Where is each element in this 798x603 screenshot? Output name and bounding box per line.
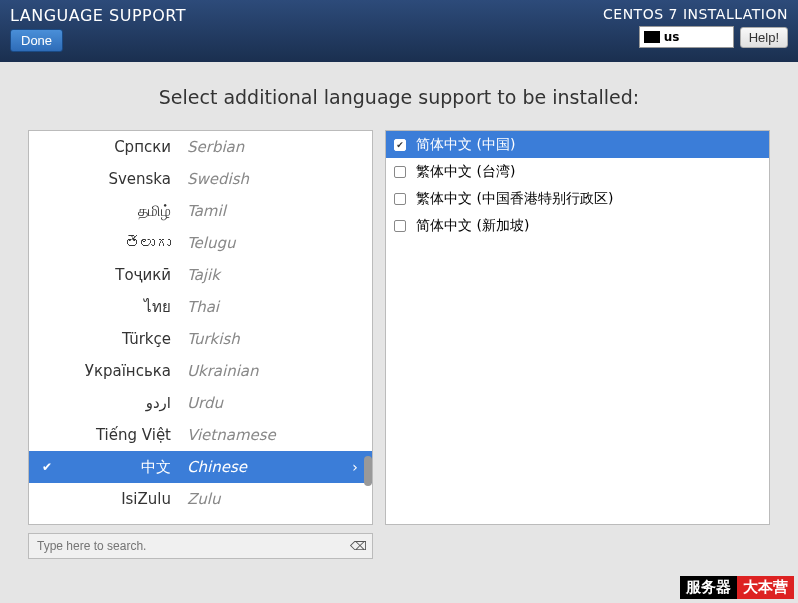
language-english-label: Chinese [187, 458, 346, 476]
watermark-right: 大本营 [737, 576, 794, 599]
locale-checkbox[interactable] [394, 166, 406, 178]
locale-label: 繁体中文 (中国香港特别行政区) [416, 190, 613, 208]
language-english-label: Serbian [187, 138, 346, 156]
language-english-label: Tamil [187, 202, 346, 220]
done-button[interactable]: Done [10, 29, 63, 52]
language-native-label: Türkçe [57, 330, 187, 348]
language-native-label: اردو [57, 394, 187, 412]
watermark: 服务器 大本营 [680, 576, 794, 599]
scrollbar-thumb[interactable] [364, 456, 372, 486]
language-row[interactable]: Tiếng ViệtVietnamese [29, 419, 372, 451]
language-english-label: Ukrainian [187, 362, 346, 380]
page-title: LANGUAGE SUPPORT [10, 6, 186, 25]
locale-list-panel: ✔简体中文 (中国)繁体中文 (台湾)繁体中文 (中国香港特别行政区)简体中文 … [385, 130, 770, 525]
language-row[interactable]: ✔中文Chinese› [29, 451, 372, 483]
top-bar: LANGUAGE SUPPORT Done CENTOS 7 INSTALLAT… [0, 0, 798, 62]
locale-row[interactable]: 繁体中文 (中国香港特别行政区) [386, 185, 769, 212]
keyboard-layout-label: us [664, 30, 680, 44]
language-native-label: Українська [57, 362, 187, 380]
language-row[interactable]: ТоҷикӣTajik [29, 259, 372, 291]
keyboard-icon [644, 31, 660, 43]
language-english-label: Thai [187, 298, 346, 316]
help-button[interactable]: Help! [740, 27, 788, 48]
language-english-label: Urdu [187, 394, 346, 412]
language-native-label: IsiZulu [57, 490, 187, 508]
language-row[interactable]: IsiZuluZulu [29, 483, 372, 515]
language-native-label: తెలుగు [57, 234, 187, 252]
language-row[interactable]: తెలుగుTelugu [29, 227, 372, 259]
language-row[interactable]: SvenskaSwedish [29, 163, 372, 195]
language-english-label: Swedish [187, 170, 346, 188]
locale-row[interactable]: 繁体中文 (台湾) [386, 158, 769, 185]
language-english-label: Turkish [187, 330, 346, 348]
language-row[interactable]: УкраїнськаUkrainian [29, 355, 372, 387]
locale-row[interactable]: 简体中文 (新加坡) [386, 212, 769, 239]
language-english-label: Tajik [187, 266, 346, 284]
search-input[interactable] [28, 533, 373, 559]
language-english-label: Zulu [187, 490, 346, 508]
language-row[interactable]: СрпскиSerbian [29, 131, 372, 163]
locale-checkbox[interactable] [394, 220, 406, 232]
language-native-label: Тоҷикӣ [57, 266, 187, 284]
locale-row[interactable]: ✔简体中文 (中国) [386, 131, 769, 158]
language-native-label: ไทย [57, 295, 187, 319]
check-icon: ✔ [37, 460, 57, 474]
locale-label: 简体中文 (中国) [416, 136, 515, 154]
instruction-text: Select additional language support to be… [28, 86, 770, 108]
language-native-label: தமிழ் [57, 202, 187, 220]
keyboard-layout-indicator[interactable]: us [639, 26, 734, 48]
locale-checkbox[interactable] [394, 193, 406, 205]
language-row[interactable]: தமிழ்Tamil [29, 195, 372, 227]
locale-label: 繁体中文 (台湾) [416, 163, 515, 181]
locale-label: 简体中文 (新加坡) [416, 217, 529, 235]
language-native-label: Svenska [57, 170, 187, 188]
language-row[interactable]: ไทยThai [29, 291, 372, 323]
language-native-label: Tiếng Việt [57, 426, 187, 444]
watermark-left: 服务器 [680, 576, 737, 599]
install-title: CENTOS 7 INSTALLATION [603, 6, 788, 22]
language-native-label: Српски [57, 138, 187, 156]
locale-checkbox[interactable]: ✔ [394, 139, 406, 151]
language-native-label: 中文 [57, 458, 187, 477]
language-english-label: Vietnamese [187, 426, 346, 444]
language-english-label: Telugu [187, 234, 346, 252]
chevron-right-icon: › [346, 459, 364, 475]
language-row[interactable]: اردوUrdu [29, 387, 372, 419]
language-list-panel: СрпскиSerbianSvenskaSwedishதமிழ்Tamilతెల… [28, 130, 373, 525]
language-row[interactable]: TürkçeTurkish [29, 323, 372, 355]
clear-search-icon[interactable]: ⌫ [350, 539, 367, 553]
